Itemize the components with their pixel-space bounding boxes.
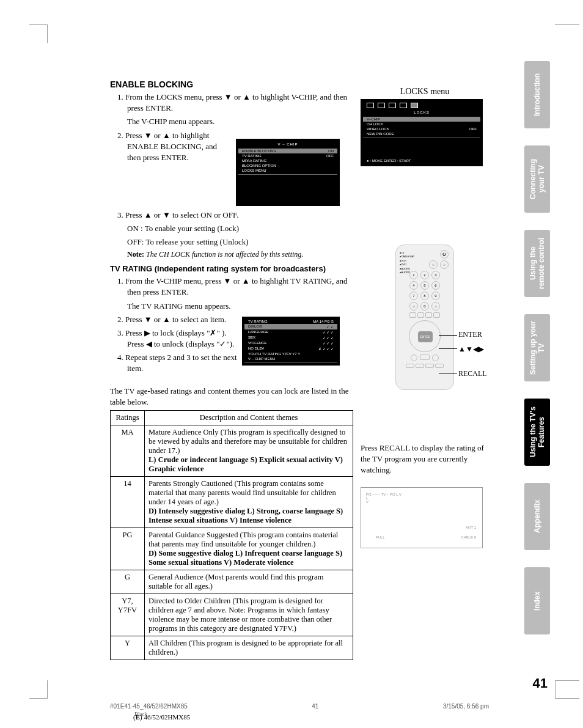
tr-step-2: 2. Press ▼ or ▲ to select an item. bbox=[117, 314, 238, 325]
footer: #01E41-45_46/52/62HMX85 41 3/15/05, 6:56… bbox=[110, 703, 489, 710]
ratings-display-osd: PG ─── TV – PG L V L V ANT 1 FULL CABLE … bbox=[361, 487, 483, 548]
row-desc: Mature Audience Only (This program is sp… bbox=[145, 425, 353, 477]
rd-line-3: V bbox=[366, 500, 477, 504]
page-number: 41 bbox=[533, 675, 548, 691]
recall-button bbox=[420, 355, 430, 360]
step-1: 1. From the LOCKS menu, press ▼ or ▲ to … bbox=[117, 92, 354, 114]
osd-cols: MA 14 PG G bbox=[313, 320, 334, 323]
osd-title: TV RATING bbox=[248, 320, 268, 323]
osd-row: DIALOG bbox=[248, 325, 262, 329]
step-3a: ON : To enable your setting (Lock) bbox=[127, 223, 354, 234]
leader-line bbox=[439, 335, 457, 336]
osd-footer: ● : MOVE ENTER : START bbox=[367, 159, 411, 163]
osd-head: LOCKS bbox=[363, 109, 480, 117]
osd-row: NO DLSV bbox=[248, 347, 264, 351]
osd-footer: ● :MOVE ● :SELECT bbox=[6, 653, 41, 656]
note-label: Note: bbox=[127, 250, 144, 259]
osd-row: VIOLENCE bbox=[248, 341, 266, 345]
tvrating-osd: TV RATINGMA 14 PG G DIALOG✓ ✓ LANGUAGE✓ … bbox=[242, 317, 340, 366]
vchip-osd: V – CHIP ENABLE BLOCKINGON TV RATINGOFF … bbox=[236, 139, 340, 206]
rd-full: FULL bbox=[376, 535, 385, 539]
tv-rating-header: TV RATING (Independent rating system for… bbox=[110, 264, 354, 273]
locks-osd: LOCKS V–CHIP CH LOCK VIDEO LOCKOFF NEW P… bbox=[361, 99, 483, 166]
recall-label: RECALL bbox=[458, 369, 487, 378]
model-footer: (E) 46/52/62HMX85 bbox=[133, 713, 190, 721]
rd-cable: CABLE 6 bbox=[461, 535, 476, 539]
tr-step-4: 4. Repeat steps 2 and 3 to set the next … bbox=[117, 352, 238, 374]
note-text: The CH LOCK function is not affected by … bbox=[144, 250, 303, 259]
row-rating: 14 bbox=[111, 477, 145, 528]
osd-row: LANGUAGE bbox=[248, 330, 268, 334]
row-desc: General Audience (Most parents would fin… bbox=[145, 570, 353, 594]
osd-row: CH LOCK bbox=[367, 122, 383, 126]
row-desc: All Children (This program is designed t… bbox=[145, 636, 353, 660]
osd-row-val: ON bbox=[328, 149, 334, 153]
enable-blocking-header: ENABLE BLOCKING bbox=[110, 79, 354, 89]
crop-mark bbox=[555, 680, 579, 699]
crop-mark bbox=[29, 680, 48, 699]
th-ratings: Ratings bbox=[111, 411, 145, 425]
row-desc: Directed to Older Children (This program… bbox=[145, 594, 353, 636]
osd-row-val: OFF bbox=[326, 154, 334, 158]
osd-row-label: ENABLE BLOCKING bbox=[242, 149, 276, 153]
step-1-result: The V-CHIP menu appears. bbox=[127, 116, 354, 127]
osd-row: V – CHIP MENU bbox=[248, 357, 275, 361]
osd-row: SEX bbox=[248, 336, 255, 340]
osd-row-val: OFF bbox=[469, 127, 477, 131]
rd-ant: ANT 1 bbox=[466, 526, 476, 529]
table-intro: The TV age-based ratings and content the… bbox=[110, 386, 354, 408]
dpad: ENTER bbox=[409, 320, 441, 352]
footer-page: 41 bbox=[312, 703, 318, 710]
remote-control: ●TV●CABLE/SAT●VCR●DVD●AUDIO1●AUDIO2 ⏻ ○○… bbox=[395, 245, 454, 390]
footer-date: 3/15/05, 6:56 pm bbox=[443, 703, 489, 710]
step-2: 2. Press ▼ or ▲ to highlight ENABLE BLOC… bbox=[117, 130, 232, 164]
step-3b: OFF: To release your setting (Unlock) bbox=[127, 237, 354, 248]
osd-title: V – CHIP bbox=[238, 141, 337, 149]
row-rating: Y bbox=[111, 636, 145, 660]
osd-row-label: MPAA RATING bbox=[242, 159, 266, 163]
footer-file: #01E41-45_46/52/62HMX85 bbox=[110, 703, 188, 710]
osd-row-label: LOCKS MENU bbox=[242, 169, 266, 172]
th-desc: Description and Content themes bbox=[145, 411, 353, 425]
osd-icons bbox=[363, 101, 480, 109]
osd-row: V–CHIP bbox=[367, 117, 380, 121]
leader-line bbox=[439, 373, 457, 373]
arrows-label: ▲▼◀▶ bbox=[458, 345, 484, 354]
enter-button: ENTER bbox=[418, 331, 433, 342]
row-desc: Parental Guidance Suggested (This progra… bbox=[145, 528, 353, 570]
leader-line bbox=[439, 348, 457, 349]
osd-row-label: BLOCKING OPTION bbox=[242, 164, 276, 167]
recall-note: Press RECALL to display the rating of th… bbox=[361, 443, 489, 476]
ratings-table: Ratings Description and Content themes M… bbox=[110, 410, 353, 660]
osd-row: VIDEO LOCK bbox=[367, 127, 389, 131]
step-3: 3. Press ▲ or ▼ to select ON or OFF. bbox=[117, 210, 354, 221]
note: Note: The CH LOCK function is not affect… bbox=[127, 250, 354, 259]
row-rating: PG bbox=[111, 528, 145, 570]
remote-legend: ●TV●CABLE/SAT●VCR●DVD●AUDIO1●AUDIO2 bbox=[400, 251, 414, 274]
osd-row-label: TV RATING bbox=[242, 154, 262, 158]
row-rating: G bbox=[111, 570, 145, 594]
tr-step-1: 1. From the V-CHIP menu, press ▼ or ▲ to… bbox=[117, 276, 354, 298]
enter-label: ENTER bbox=[458, 330, 482, 339]
osd-row: YOUTH TV RATING Y7FV Y7 Y bbox=[248, 352, 300, 356]
row-rating: MA bbox=[111, 425, 145, 477]
locks-menu-title: LOCKS menu bbox=[361, 87, 489, 97]
osd-row: NEW PIN CODE bbox=[367, 132, 394, 136]
row-desc: Parents Strongly Cautioned (This program… bbox=[145, 477, 353, 528]
row-rating: Y7, Y7FV bbox=[111, 594, 145, 636]
tr-step-3: 3. Press ▶ to lock (displays "✗" ). Pres… bbox=[117, 328, 238, 350]
tr-step-1-result: The TV RATING menu appears. bbox=[127, 301, 354, 312]
power-button: ⏻ bbox=[440, 250, 449, 259]
